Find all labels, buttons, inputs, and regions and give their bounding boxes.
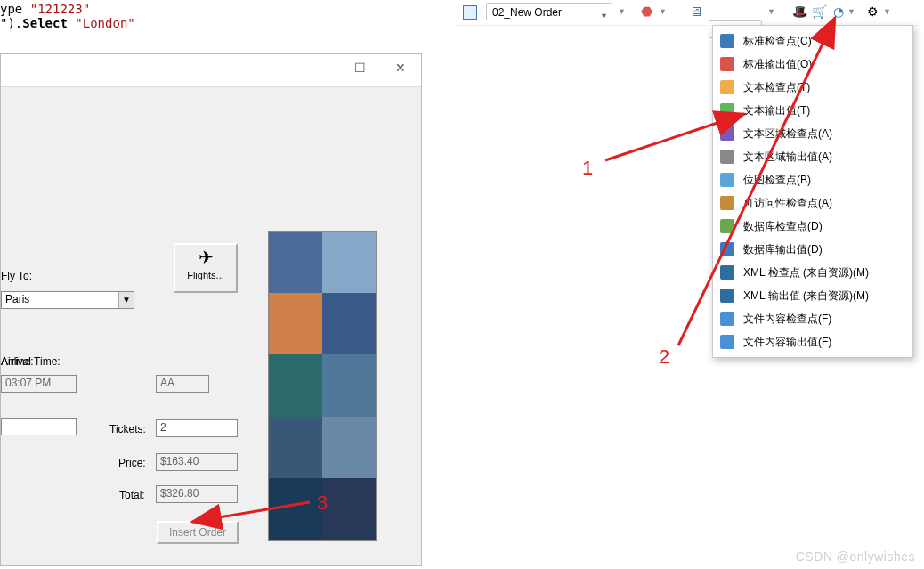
tool-icon-2[interactable]: 🛒 bbox=[812, 3, 827, 20]
menu-item-label: 文本区域输出值(A) bbox=[743, 150, 832, 163]
monitor-icon[interactable]: 🖥 bbox=[689, 3, 702, 20]
fly-to-value: Paris bbox=[5, 293, 29, 305]
menu-item-icon bbox=[720, 335, 734, 349]
checkpoint-menu-button[interactable]: ◔ bbox=[833, 3, 844, 20]
dropdown-icon[interactable]: ▼ bbox=[659, 3, 667, 20]
total-label: Total: bbox=[119, 489, 145, 501]
airline-label: Airline: bbox=[1, 355, 34, 368]
minimize-button[interactable]: — bbox=[298, 54, 339, 81]
price-value: $163.40 bbox=[160, 455, 199, 467]
dropdown-icon[interactable]: ▼ bbox=[618, 3, 626, 20]
menu-item-3[interactable]: 文本输出值(T) bbox=[713, 99, 912, 122]
flights-button-label: Flights... bbox=[187, 270, 224, 280]
annotation-3: 3 bbox=[317, 492, 328, 515]
menu-item-label: 数据库输出值(D) bbox=[743, 243, 823, 256]
dropdown-icon[interactable]: ▼ bbox=[847, 3, 855, 20]
annotation-1: 1 bbox=[582, 157, 593, 180]
menu-item-8[interactable]: 数据库检查点(D) bbox=[713, 215, 912, 238]
insert-order-label: Insert Order bbox=[169, 526, 226, 539]
menu-item-label: 文本检查点(T) bbox=[743, 81, 810, 93]
total-value: $326.80 bbox=[160, 487, 199, 500]
menu-item-13[interactable]: 文件内容输出值(F) bbox=[713, 330, 912, 354]
price-label: Price: bbox=[118, 457, 146, 469]
menu-item-label: 文件内容输出值(F) bbox=[743, 336, 831, 348]
flights-button[interactable]: ✈ Flights... bbox=[174, 243, 238, 293]
menu-item-0[interactable]: 标准检查点(C) bbox=[713, 29, 912, 53]
menu-item-icon bbox=[720, 80, 734, 94]
arrival-time-value: 03:07 PM bbox=[5, 377, 51, 389]
airline-field: AA bbox=[156, 375, 209, 393]
menu-item-label: 可访问性检查点(A) bbox=[743, 197, 832, 209]
menu-item-9[interactable]: 数据库输出值(D) bbox=[713, 238, 912, 261]
airline-value: AA bbox=[160, 377, 174, 389]
tool-icon-1[interactable]: 🎩 bbox=[792, 3, 807, 20]
code-string: "121223" bbox=[30, 2, 90, 16]
menu-item-icon bbox=[720, 126, 734, 141]
left-pane: ype "121223" ").Select "London" — ☐ ✕ Fl… bbox=[0, 0, 443, 569]
chevron-down-icon: ▼ bbox=[600, 7, 608, 25]
menu-item-6[interactable]: 位图检查点(B) bbox=[713, 168, 912, 191]
menu-item-5[interactable]: 文本区域输出值(A) bbox=[713, 145, 912, 168]
menu-item-11[interactable]: XML 输出值 (来自资源)(M) bbox=[713, 284, 912, 307]
menu-item-icon bbox=[720, 289, 734, 303]
code-snippet: ype "121223" ").Select "London" bbox=[0, 0, 443, 55]
maximize-button[interactable]: ☐ bbox=[339, 54, 380, 81]
fly-to-label: Fly To: bbox=[1, 270, 32, 282]
annotation-2: 2 bbox=[659, 345, 669, 369]
titlebar: — ☐ ✕ bbox=[1, 54, 421, 87]
menu-item-label: 数据库检查点(D) bbox=[743, 220, 823, 232]
code-method: Select bbox=[22, 16, 68, 30]
menu-item-label: 标准输出值(O) bbox=[743, 58, 812, 70]
dialog-content: Fly To: Paris ▼ ✈ Flights... Arrival Tim… bbox=[1, 117, 421, 562]
code-text: ype bbox=[0, 2, 30, 16]
total-field: $326.80 bbox=[156, 485, 238, 503]
menu-item-label: XML 输出值 (来自资源)(M) bbox=[743, 289, 869, 302]
menu-item-icon bbox=[720, 219, 734, 233]
menu-item-7[interactable]: 可访问性检查点(A) bbox=[713, 191, 912, 215]
menu-item-icon bbox=[720, 103, 734, 118]
action-combo-value: 02_New Order bbox=[492, 6, 562, 19]
blank-field-1[interactable] bbox=[1, 418, 77, 435]
tickets-value: 2 bbox=[160, 421, 166, 434]
code-string: "London" bbox=[68, 16, 135, 30]
right-pane: 02_New Order▼ ▼ ⬣ ▼ 🖥 默认▼ ▼ 🎩 🛒 ◔ ▼ ⚙ ▼ … bbox=[443, 0, 924, 569]
menu-item-label: 位图检查点(B) bbox=[743, 174, 811, 186]
menu-item-10[interactable]: XML 检查点 (来自资源)(M) bbox=[713, 261, 912, 284]
airplane-icon: ✈ bbox=[175, 245, 236, 270]
menu-item-2[interactable]: 文本检查点(T) bbox=[713, 76, 912, 99]
tickets-label: Tickets: bbox=[109, 423, 146, 435]
menu-item-label: 文本输出值(T) bbox=[743, 104, 810, 117]
menu-item-label: 标准检查点(C) bbox=[743, 35, 812, 47]
menu-item-icon bbox=[720, 196, 734, 210]
insert-order-button[interactable]: Insert Order bbox=[157, 521, 239, 544]
menu-item-12[interactable]: 文件内容检查点(F) bbox=[713, 307, 912, 330]
code-text: "). bbox=[0, 16, 22, 30]
menu-item-icon bbox=[720, 265, 734, 280]
stop-indicator-icon[interactable] bbox=[463, 3, 477, 20]
gears-icon[interactable]: ⚙ bbox=[867, 3, 879, 20]
fly-to-combo[interactable]: Paris ▼ bbox=[1, 291, 134, 309]
menu-item-icon bbox=[720, 173, 734, 187]
dropdown-icon[interactable]: ▼ bbox=[883, 3, 891, 20]
tickets-field[interactable]: 2 bbox=[156, 419, 238, 437]
menu-item-icon bbox=[720, 57, 734, 71]
action-combo[interactable]: 02_New Order▼ bbox=[486, 3, 612, 20]
menu-item-4[interactable]: 文本区域检查点(A) bbox=[713, 122, 912, 145]
package-icon[interactable]: ⬣ bbox=[641, 3, 652, 20]
menu-item-label: XML 检查点 (来自资源)(M) bbox=[743, 266, 869, 279]
dropdown-icon[interactable]: ▼ bbox=[767, 3, 775, 20]
flight-dialog: — ☐ ✕ Fly To: Paris ▼ ✈ Flights... Arriv… bbox=[0, 53, 422, 566]
menu-item-label: 文本区域检查点(A) bbox=[743, 127, 832, 140]
menu-item-icon bbox=[720, 150, 734, 164]
menu-item-icon bbox=[720, 312, 734, 326]
close-button[interactable]: ✕ bbox=[380, 54, 421, 81]
menu-item-icon bbox=[720, 34, 734, 48]
price-field: $163.40 bbox=[156, 453, 238, 471]
menu-item-icon bbox=[720, 242, 734, 256]
menu-item-1[interactable]: 标准输出值(O) bbox=[713, 53, 912, 76]
arrival-time-field: 03:07 PM bbox=[1, 375, 77, 393]
watermark: CSDN @onlywishes bbox=[796, 549, 915, 564]
checkpoint-context-menu: 标准检查点(C)标准输出值(O)文本检查点(T)文本输出值(T)文本区域检查点(… bbox=[712, 25, 913, 358]
chevron-down-icon: ▼ bbox=[118, 292, 134, 308]
toolbar: 02_New Order▼ ▼ ⬣ ▼ 🖥 默认▼ ▼ 🎩 🛒 ◔ ▼ ⚙ ▼ bbox=[456, 0, 919, 26]
